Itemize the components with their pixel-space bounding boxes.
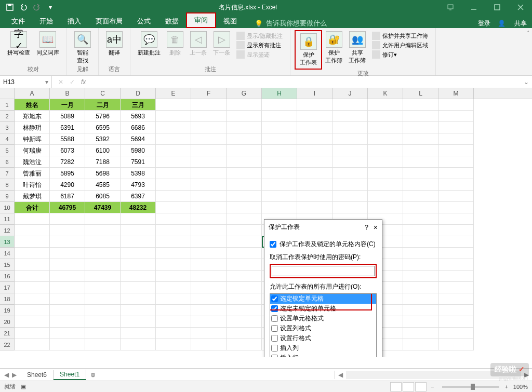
cell[interactable] [438,339,474,350]
cell[interactable] [332,99,368,111]
cell[interactable] [297,202,332,213]
cell[interactable] [50,305,85,316]
cell[interactable] [85,225,121,236]
column-header[interactable]: M [438,88,474,99]
minimize-icon[interactable] [462,0,485,15]
cell[interactable] [262,122,297,133]
row-header[interactable]: 7 [0,168,15,179]
cell[interactable] [227,156,262,168]
translate-button[interactable]: a中 翻译 [103,30,126,58]
row-header[interactable]: 5 [0,145,15,156]
permission-option[interactable]: 设置列格式 [270,323,376,333]
cell[interactable] [332,122,368,133]
page-break-view-icon[interactable] [415,382,427,391]
cell[interactable]: 5895 [50,168,85,179]
cell[interactable] [85,259,121,271]
cell[interactable] [121,248,156,259]
row-header[interactable]: 18 [0,293,15,305]
maximize-icon[interactable] [485,0,509,15]
cell[interactable] [121,271,156,282]
cell[interactable]: 6187 [50,191,85,202]
cell[interactable] [156,145,191,156]
cell[interactable] [121,236,156,248]
row-header[interactable]: 2 [0,111,15,122]
cell[interactable] [227,236,262,248]
cell[interactable] [438,293,474,305]
cell[interactable] [121,316,156,328]
cell[interactable] [156,111,191,122]
cell[interactable] [156,328,191,339]
cell[interactable] [403,305,438,316]
cell[interactable] [438,259,474,271]
cell[interactable]: 三月 [121,99,156,111]
cell[interactable] [438,282,474,293]
protect-share-button[interactable]: 保护并共享工作簿 [371,31,429,40]
cell[interactable]: 7591 [121,156,156,168]
dialog-close-icon[interactable]: × [374,223,378,232]
cell[interactable] [121,225,156,236]
redo-icon[interactable] [31,2,43,13]
column-header[interactable]: H [262,88,297,99]
track-changes-button[interactable]: 修订 ▾ [371,50,429,59]
cell[interactable] [121,339,156,350]
cell[interactable] [403,248,438,259]
cell[interactable] [85,282,121,293]
cell[interactable] [50,248,85,259]
row-header[interactable]: 20 [0,316,15,328]
sheet-tab-sheet6[interactable]: Sheet6 [21,370,54,380]
cell[interactable] [85,213,121,225]
tab-file[interactable]: 文件 [4,15,32,28]
zoom-level[interactable]: 100% [513,384,528,390]
cell[interactable] [332,168,368,179]
cell[interactable]: 一月 [50,99,85,111]
cell[interactable] [403,179,438,191]
cell[interactable]: 4290 [50,179,85,191]
cell[interactable] [121,328,156,339]
cell[interactable]: 6073 [50,145,85,156]
cell[interactable] [438,236,474,248]
row-header[interactable]: 17 [0,282,15,293]
cell[interactable] [15,213,50,225]
select-all-corner[interactable] [0,88,15,99]
cell[interactable] [403,168,438,179]
row-header[interactable]: 6 [0,156,15,168]
cell[interactable] [191,99,227,111]
cell[interactable] [85,328,121,339]
cell[interactable] [50,213,85,225]
allow-edit-ranges-button[interactable]: 允许用户编辑区域 [371,40,429,50]
cell[interactable] [85,271,121,282]
cell[interactable] [438,168,474,179]
scroll-left-icon[interactable]: ◀ [335,371,346,379]
cell[interactable] [403,328,438,339]
collapse-ribbon-icon[interactable]: ˄ [525,28,532,75]
cell[interactable] [332,156,368,168]
tab-insert[interactable]: 插入 [60,15,88,28]
cell[interactable]: 5796 [85,111,121,122]
cell[interactable] [403,236,438,248]
cell[interactable] [227,133,262,145]
sheet-nav-prev-icon[interactable]: ◀ [4,371,9,379]
row-header[interactable]: 3 [0,122,15,133]
cell[interactable] [227,191,262,202]
cell[interactable] [262,133,297,145]
row-header[interactable]: 16 [0,271,15,282]
cell[interactable] [50,282,85,293]
sheet-nav-next-icon[interactable]: ▶ [12,371,17,379]
row-header[interactable]: 22 [0,339,15,350]
cell[interactable] [50,259,85,271]
dialog-help-icon[interactable]: ? [365,224,368,231]
cell[interactable] [262,191,297,202]
cell[interactable] [403,122,438,133]
cell[interactable]: 郑旭东 [15,111,50,122]
fx-icon[interactable]: fx [81,78,86,86]
cell[interactable] [332,191,368,202]
cell[interactable] [403,316,438,328]
cell[interactable] [15,293,50,305]
cell[interactable] [297,191,332,202]
tab-view[interactable]: 视图 [216,15,244,28]
cell[interactable] [368,191,403,202]
cell[interactable] [156,305,191,316]
column-header[interactable]: C [85,88,121,99]
cell[interactable] [403,259,438,271]
login-button[interactable]: 登录 [478,19,490,28]
